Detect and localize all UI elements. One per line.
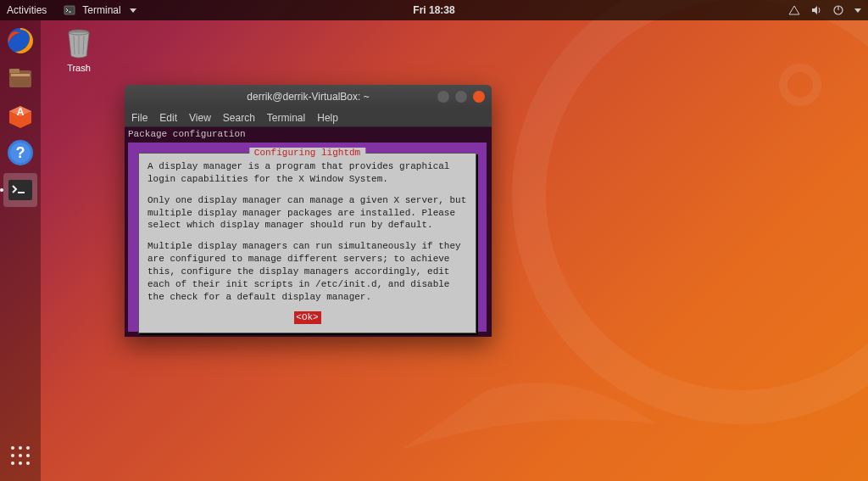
network-icon[interactable] — [788, 4, 800, 16]
terminal-titlebar[interactable]: derrik@derrik-VirtualBox: ~ — [125, 85, 492, 109]
svg-rect-8 — [11, 74, 30, 76]
desktop-trash[interactable]: Trash — [49, 25, 108, 73]
maximize-button[interactable] — [455, 91, 467, 103]
debconf-dialog-title: Configuring lightdm — [249, 148, 365, 158]
debconf-paragraph-2: Only one display manager can manage a gi… — [147, 194, 467, 232]
svg-text:A: A — [17, 106, 25, 118]
minimize-button[interactable] — [437, 91, 449, 103]
svg-point-16 — [11, 446, 14, 450]
package-config-header: Package configuration — [125, 127, 492, 141]
svg-point-0 — [529, 0, 868, 407]
svg-point-18 — [26, 446, 30, 450]
dock-software[interactable]: A — [3, 98, 37, 132]
volume-icon[interactable] — [810, 4, 822, 16]
power-icon[interactable] — [832, 4, 844, 16]
trash-label: Trash — [67, 63, 91, 73]
debconf-dialog: Configuring lightdm A display manager is… — [138, 153, 476, 333]
debconf-content: A display manager is a program that prov… — [147, 160, 467, 324]
trash-icon — [64, 25, 94, 59]
top-panel: Activities Terminal Fri 18:38 — [0, 0, 868, 20]
terminal-window: derrik@derrik-VirtualBox: ~ File Edit Vi… — [125, 85, 492, 337]
debconf-background: Configuring lightdm A display manager is… — [128, 143, 487, 332]
dock-firefox[interactable] — [3, 24, 37, 58]
svg-rect-14 — [8, 180, 32, 200]
svg-point-22 — [11, 461, 14, 465]
terminal-body: Package configuration Configuring lightd… — [125, 127, 492, 337]
svg-point-1 — [783, 68, 817, 102]
terminal-small-icon — [64, 4, 75, 16]
dock-help[interactable]: ? — [3, 136, 37, 170]
ok-button[interactable]: <Ok> — [294, 311, 321, 324]
help-icon: ? — [6, 138, 35, 167]
activities-button[interactable]: Activities — [7, 4, 47, 16]
svg-point-17 — [19, 446, 22, 450]
software-icon: A — [6, 101, 35, 130]
files-icon — [6, 64, 35, 92]
menu-search[interactable]: Search — [223, 112, 255, 124]
terminal-icon — [6, 176, 35, 204]
menu-terminal[interactable]: Terminal — [267, 112, 305, 124]
menu-file[interactable]: File — [131, 112, 147, 124]
svg-text:?: ? — [16, 144, 25, 161]
debconf-paragraph-1: A display manager is a program that prov… — [147, 160, 467, 186]
svg-point-23 — [19, 461, 22, 465]
svg-point-19 — [11, 454, 14, 457]
svg-point-24 — [26, 461, 30, 465]
clock[interactable]: Fri 18:38 — [413, 4, 454, 16]
menu-edit[interactable]: Edit — [159, 112, 177, 124]
svg-point-20 — [19, 454, 22, 457]
terminal-title: derrik@derrik-VirtualBox: ~ — [247, 91, 369, 103]
svg-rect-9 — [9, 69, 19, 73]
dock: A ? — [0, 20, 41, 481]
active-app-menu[interactable]: Terminal — [64, 4, 136, 16]
chevron-down-icon[interactable] — [854, 8, 861, 13]
menu-view[interactable]: View — [189, 112, 211, 124]
firefox-icon — [6, 26, 35, 55]
dock-apps-grid[interactable] — [3, 439, 37, 473]
menu-help[interactable]: Help — [317, 112, 338, 124]
apps-grid-icon — [8, 444, 32, 467]
close-button[interactable] — [473, 91, 485, 103]
dock-terminal[interactable] — [3, 173, 37, 207]
svg-point-21 — [26, 454, 30, 457]
debconf-paragraph-3: Multiple display managers can run simult… — [147, 240, 467, 303]
svg-rect-2 — [64, 6, 75, 14]
dock-files[interactable] — [3, 61, 37, 95]
chevron-down-icon — [130, 8, 136, 13]
terminal-menubar: File Edit View Search Terminal Help — [125, 109, 492, 127]
active-app-label: Terminal — [82, 4, 120, 16]
